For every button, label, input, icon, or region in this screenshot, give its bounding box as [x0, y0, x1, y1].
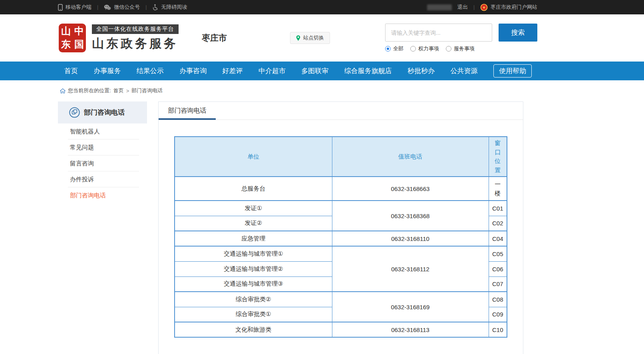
- logout-link[interactable]: 退出: [457, 4, 468, 11]
- nav-item-10[interactable]: 公共资源: [451, 66, 478, 76]
- mobile-client-link[interactable]: 移动客户端: [58, 4, 91, 11]
- nav-item-2[interactable]: 办事服务: [93, 66, 121, 76]
- accessibility-label: 无障碍阅读: [161, 4, 187, 11]
- unit-cell: 发证①: [175, 201, 332, 216]
- breadcrumb-current: 部门咨询电话: [131, 87, 163, 94]
- window-position-cell: C09: [489, 307, 507, 322]
- top-utility-bar: 移动客户端 | 微信公众号 | 无障碍阅读 退出 |: [0, 0, 644, 14]
- phone-cell: 0632-3168169: [332, 292, 489, 322]
- platform-badge: 全国一体化在线政务服务平台: [92, 24, 179, 34]
- column-header-1: 单位: [175, 137, 332, 177]
- table-row: 发证①0632-3168368C01: [175, 201, 507, 216]
- svg-text:山: 山: [61, 26, 71, 36]
- logout-label: 退出: [457, 4, 468, 11]
- accessibility-icon: [152, 4, 158, 10]
- search-button[interactable]: 搜索: [499, 24, 537, 42]
- svg-text:国: 国: [74, 39, 84, 50]
- nav-item-8[interactable]: 综合服务旗舰店: [344, 66, 392, 76]
- gov-portal-label: 枣庄市政府门户网站: [491, 4, 537, 11]
- radio-selected-icon[interactable]: [385, 46, 391, 52]
- home-icon: [60, 88, 66, 93]
- sidebar: 部门咨询电话 智能机器人常见问题留言咨询办件投诉部门咨询电话: [58, 101, 147, 203]
- unit-cell: 交通运输与城市管理②: [175, 261, 332, 276]
- location-pin-icon: [296, 35, 300, 41]
- topbar-separator: |: [145, 4, 147, 10]
- phone-cell: 0632-3168112: [332, 246, 489, 292]
- topbar-separator: |: [473, 4, 475, 10]
- phone-cell: 0632-3168368: [332, 201, 489, 231]
- sidebar-item-2[interactable]: 常见问题: [58, 139, 147, 155]
- sidebar-item-5[interactable]: 部门咨询电话: [58, 187, 147, 203]
- site-logo[interactable]: 山 中 东 国 全国一体化在线政务服务平台 山东政务服务: [58, 22, 179, 54]
- site-switch-label: 站点切换: [303, 34, 324, 42]
- accessibility-link[interactable]: 无障碍阅读: [152, 4, 187, 11]
- table-row: 综合审批类②0632-3168169C08: [175, 292, 507, 307]
- window-position-cell: C10: [489, 322, 507, 337]
- window-position-cell: C06: [489, 261, 507, 276]
- sidebar-item-3[interactable]: 留言咨询: [58, 155, 147, 171]
- search-scope-label: 服务事项: [454, 45, 475, 52]
- radio-icon[interactable]: [410, 46, 416, 52]
- tab-department-phone[interactable]: 部门咨询电话: [159, 102, 216, 119]
- shandong-seal-icon: 山 中 东 国: [58, 22, 87, 54]
- svg-text:东: 东: [61, 39, 71, 50]
- current-city: 枣庄市: [202, 32, 227, 44]
- table-row: 交通运输与城市管理①0632-3168112C05: [175, 246, 507, 261]
- table-row: 文化和旅游类0632-3168113C10: [175, 322, 507, 337]
- national-emblem-icon: ★: [480, 4, 488, 11]
- site-header: 山 中 东 国 全国一体化在线政务服务平台 山东政务服务 枣庄市 站点切换 搜索: [0, 14, 644, 62]
- svg-text:★: ★: [482, 5, 486, 10]
- gov-portal-link[interactable]: ★ 枣庄市政府门户网站: [480, 4, 537, 11]
- tab-bar: 部门咨询电话: [159, 102, 523, 120]
- table-row: 总服务台0632-3168663一楼: [175, 177, 507, 201]
- sidebar-item-4[interactable]: 办件投诉: [58, 171, 147, 187]
- breadcrumb-prefix: 您当前所在的位置:: [68, 87, 111, 94]
- wechat-label: 微信公众号: [114, 4, 140, 11]
- search-scope-2[interactable]: 权力事项: [410, 45, 439, 52]
- nav-item-6[interactable]: 中介超市: [258, 66, 286, 76]
- sidebar-header: 部门咨询电话: [58, 101, 147, 123]
- breadcrumb: 您当前所在的位置: 首页 > 部门咨询电话: [0, 87, 644, 94]
- nav-item-3[interactable]: 结果公示: [137, 66, 164, 76]
- site-switch-button[interactable]: 站点切换: [290, 32, 330, 44]
- unit-cell: 文化和旅游类: [175, 322, 332, 337]
- nav-item-5[interactable]: 好差评: [223, 66, 243, 76]
- breadcrumb-separator: >: [126, 88, 129, 94]
- search-scope-1[interactable]: 全部: [385, 45, 403, 52]
- unit-cell: 发证②: [175, 216, 332, 231]
- sidebar-title: 部门咨询电话: [84, 108, 125, 117]
- window-position-cell: C04: [489, 231, 507, 246]
- search-input[interactable]: [385, 24, 492, 42]
- phone-cell: 0632-3168110: [332, 231, 489, 246]
- window-position-cell: 一楼: [489, 177, 507, 201]
- window-position-cell: C08: [489, 292, 507, 307]
- window-position-cell: C01: [489, 201, 507, 216]
- nav-item-7[interactable]: 多图联审: [301, 66, 328, 76]
- site-title: 山东政务服务: [92, 36, 179, 52]
- nav-item-9[interactable]: 秒批秒办: [407, 66, 435, 76]
- nav-item-1[interactable]: 首页: [64, 66, 78, 76]
- username-redacted: [427, 4, 452, 10]
- unit-cell: 交通运输与城市管理③: [175, 276, 332, 292]
- mobile-phone-icon: [58, 4, 63, 11]
- search-scope-3[interactable]: 服务事项: [446, 45, 475, 52]
- unit-cell: 总服务台: [175, 177, 332, 201]
- nav-item-11[interactable]: 使用帮助: [493, 64, 532, 78]
- radio-icon[interactable]: [446, 46, 451, 52]
- department-phone-icon: [69, 107, 80, 118]
- search-scope-label: 全部: [393, 45, 403, 52]
- unit-cell: 综合审批类①: [175, 307, 332, 322]
- unit-cell: 应急管理: [175, 231, 332, 246]
- search-scope-radios: 全部权力事项服务事项: [385, 45, 537, 52]
- phone-cell: 0632-3168663: [332, 177, 489, 201]
- topbar-separator: |: [97, 4, 98, 10]
- nav-item-4[interactable]: 办事咨询: [179, 66, 207, 76]
- sidebar-item-1[interactable]: 智能机器人: [58, 123, 147, 139]
- breadcrumb-home-link[interactable]: 首页: [113, 87, 124, 94]
- wechat-link[interactable]: 微信公众号: [104, 4, 140, 11]
- window-position-cell: C05: [489, 246, 507, 261]
- phone-cell: 0632-3168113: [332, 322, 489, 337]
- search-scope-label: 权力事项: [418, 45, 439, 52]
- department-phone-table: 单位值班电话窗口位置总服务台0632-3168663一楼发证①0632-3168…: [174, 136, 507, 338]
- mobile-client-label: 移动客户端: [66, 4, 91, 11]
